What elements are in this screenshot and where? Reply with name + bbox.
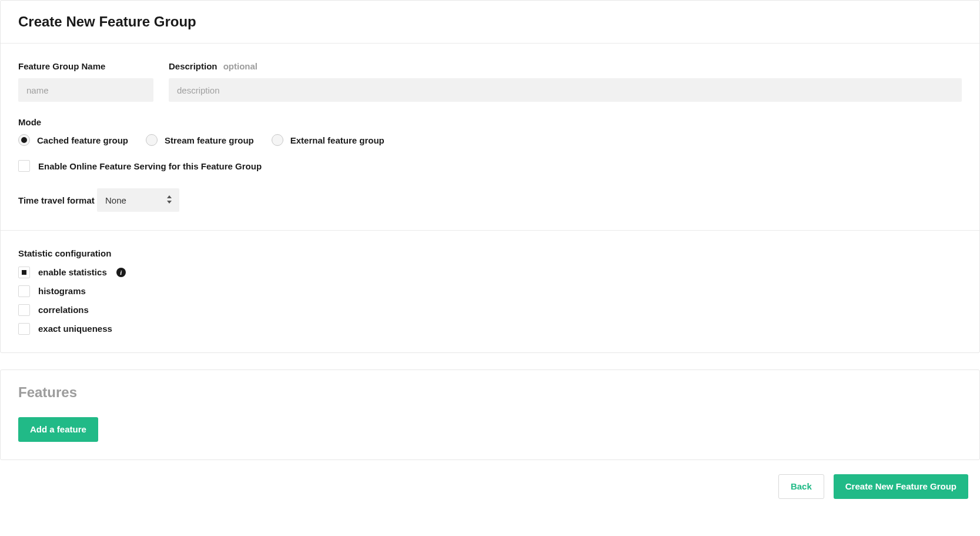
radio-icon: [146, 134, 158, 146]
enable-online-row[interactable]: Enable Online Feature Serving for this F…: [18, 160, 962, 172]
add-feature-button[interactable]: Add a feature: [18, 417, 98, 442]
radio-icon: [272, 134, 283, 146]
stats-section: Statistic configuration enable statistic…: [1, 231, 979, 352]
features-card: Features Add a feature: [0, 369, 980, 460]
back-button[interactable]: Back: [778, 474, 824, 499]
time-travel-value: None: [105, 195, 126, 205]
stat-label: exact uniqueness: [38, 324, 112, 334]
radio-icon: [18, 134, 30, 146]
mode-radio-group: Cached feature group Stream feature grou…: [18, 134, 962, 146]
fg-desc-label: Description: [169, 61, 218, 71]
mode-option-cached[interactable]: Cached feature group: [18, 134, 128, 146]
checkbox-icon: [18, 323, 30, 335]
mode-option-stream[interactable]: Stream feature group: [146, 134, 254, 146]
stat-label: histograms: [38, 286, 86, 296]
fg-name-input[interactable]: [18, 78, 153, 102]
stat-enable-statistics[interactable]: enable statistics i: [18, 267, 962, 278]
fg-name-label: Feature Group Name: [18, 61, 105, 71]
create-feature-group-button[interactable]: Create New Feature Group: [834, 474, 968, 499]
stat-histograms[interactable]: histograms: [18, 285, 962, 297]
info-icon[interactable]: i: [116, 268, 126, 277]
fg-desc-input[interactable]: [169, 78, 962, 102]
stat-label: correlations: [38, 305, 89, 315]
checkbox-icon: [18, 285, 30, 297]
stat-label: enable statistics: [38, 267, 107, 277]
mode-label: Mode: [18, 117, 41, 127]
page-title: Create New Feature Group: [18, 14, 962, 30]
basic-info-section: Feature Group Name Description optional …: [1, 44, 979, 231]
stat-correlations[interactable]: correlations: [18, 304, 962, 316]
enable-online-label: Enable Online Feature Serving for this F…: [38, 161, 262, 171]
fg-desc-optional-tag: optional: [223, 61, 257, 71]
features-title: Features: [18, 384, 962, 401]
create-feature-group-card: Create New Feature Group Feature Group N…: [0, 0, 980, 353]
mode-option-label: Cached feature group: [37, 135, 128, 145]
time-travel-select[interactable]: None: [97, 188, 179, 212]
card-header: Create New Feature Group: [1, 1, 979, 44]
checkbox-icon: [18, 160, 30, 172]
stat-exact-uniqueness[interactable]: exact uniqueness: [18, 323, 962, 335]
mode-option-label: Stream feature group: [165, 135, 254, 145]
mode-option-external[interactable]: External feature group: [272, 134, 384, 146]
checkbox-icon: [18, 304, 30, 316]
footer-actions: Back Create New Feature Group: [0, 474, 980, 499]
stats-heading: Statistic configuration: [18, 248, 962, 258]
time-travel-label: Time travel format: [18, 195, 95, 205]
chevron-updown-icon: [166, 195, 172, 205]
checkbox-icon: [18, 267, 30, 278]
mode-option-label: External feature group: [290, 135, 384, 145]
